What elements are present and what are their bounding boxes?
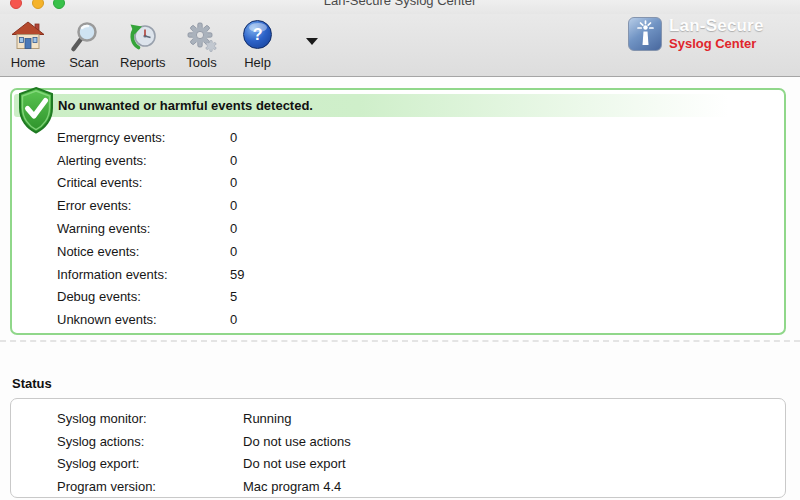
event-counts-list: Emergrncy events: 0 Alerting events: 0 C…	[12, 126, 784, 331]
status-value: Mac program 4.4	[243, 479, 341, 494]
status-row-export: Syslog export: Do not use export	[11, 453, 785, 476]
toolbar-button-home[interactable]: Home	[8, 20, 48, 70]
section-divider	[0, 340, 800, 342]
event-row-debug: Debug events: 5	[12, 286, 784, 309]
app-window: Lan-Secure Syslog Center Home	[0, 0, 800, 500]
status-label: Syslog export:	[57, 456, 243, 471]
toolbar-label-reports: Reports	[120, 55, 166, 70]
status-panel: Syslog monitor: Running Syslog actions: …	[10, 398, 786, 498]
event-row-notice: Notice events: 0	[12, 240, 784, 263]
toolbar-label-scan: Scan	[69, 55, 99, 70]
home-icon	[11, 20, 45, 53]
event-value: 0	[230, 221, 237, 236]
event-row-alerting: Alerting events: 0	[12, 149, 784, 172]
status-value: Do not use export	[243, 456, 346, 471]
status-label: Syslog monitor:	[57, 411, 243, 426]
scan-icon	[69, 20, 99, 53]
reports-icon	[127, 20, 159, 53]
toolbar: Home Scan	[0, 14, 800, 77]
event-value: 5	[230, 289, 237, 304]
toolbar-label-help: Help	[244, 55, 271, 70]
help-glyph: ?	[253, 26, 263, 44]
event-value: 0	[230, 312, 237, 327]
titlebar: Lan-Secure Syslog Center	[0, 0, 800, 14]
event-row-emergency: Emergrncy events: 0	[12, 126, 784, 149]
status-row-actions: Syslog actions: Do not use actions	[11, 430, 785, 453]
event-label: Debug events:	[57, 289, 230, 304]
toolbar-label-tools: Tools	[186, 55, 216, 70]
toolbar-label-home: Home	[11, 55, 46, 70]
status-label: Syslog actions:	[57, 434, 243, 449]
window-title: Lan-Secure Syslog Center	[0, 0, 800, 8]
event-value: 0	[230, 244, 237, 259]
event-row-warning: Warning events: 0	[12, 217, 784, 240]
event-value: 59	[230, 267, 244, 282]
event-label: Warning events:	[57, 221, 230, 236]
status-banner: No unwanted or harmful events detected.	[14, 94, 782, 117]
event-row-unknown: Unknown events: 0	[12, 308, 784, 331]
brand-logo: Lan-Secure Syslog Center	[628, 17, 764, 51]
toolbar-button-scan[interactable]: Scan	[64, 20, 104, 70]
event-value: 0	[230, 175, 237, 190]
help-icon: ?	[243, 20, 272, 49]
status-section-heading: Status	[12, 376, 52, 391]
status-label: Program version:	[57, 479, 243, 494]
event-label: Unknown events:	[57, 312, 230, 327]
toolbar-button-help[interactable]: ? Help	[238, 20, 278, 70]
event-label: Emergrncy events:	[57, 130, 230, 145]
toolbar-button-reports[interactable]: Reports	[120, 20, 166, 70]
event-value: 0	[230, 198, 237, 213]
event-label: Information events:	[57, 267, 230, 282]
shield-check-icon	[13, 86, 59, 139]
brand-product: Syslog Center	[669, 37, 764, 50]
status-row-monitor: Syslog monitor: Running	[11, 407, 785, 430]
main-content: No unwanted or harmful events detected. …	[0, 77, 800, 500]
toolbar-buttons: Home Scan	[8, 20, 318, 70]
events-summary-panel: No unwanted or harmful events detected. …	[10, 88, 786, 335]
event-label: Notice events:	[57, 244, 230, 259]
event-value: 0	[230, 130, 237, 145]
status-row-version: Program version: Mac program 4.4	[11, 475, 785, 498]
tools-icon	[186, 20, 217, 53]
status-value: Running	[243, 411, 291, 426]
status-value: Do not use actions	[243, 434, 351, 449]
event-label: Alerting events:	[57, 153, 230, 168]
event-row-error: Error events: 0	[12, 194, 784, 217]
brand-name: Lan-Secure	[669, 17, 764, 34]
event-row-critical: Critical events: 0	[12, 172, 784, 195]
event-label: Critical events:	[57, 175, 230, 190]
toolbar-button-tools[interactable]: Tools	[182, 20, 222, 70]
lan-secure-logo-icon	[628, 17, 662, 51]
event-label: Error events:	[57, 198, 230, 213]
help-dropdown-arrow[interactable]	[306, 38, 318, 45]
event-value: 0	[230, 153, 237, 168]
event-row-information: Information events: 59	[12, 263, 784, 286]
